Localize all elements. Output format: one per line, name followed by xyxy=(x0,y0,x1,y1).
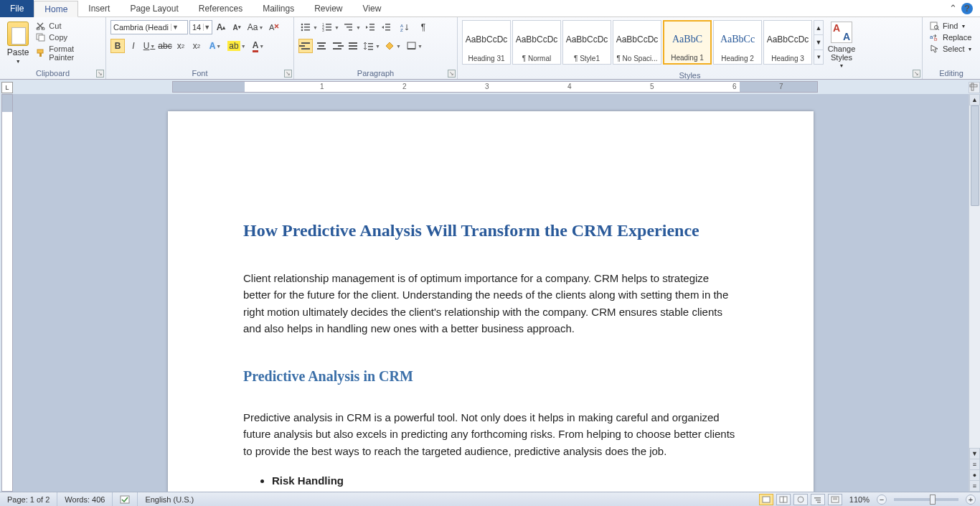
numbering-icon: 123 xyxy=(321,21,334,34)
ruler-toggle[interactable] xyxy=(969,82,980,93)
increase-indent-button[interactable] xyxy=(379,20,393,34)
svg-rect-8 xyxy=(304,24,310,25)
svg-rect-10 xyxy=(304,27,310,28)
paste-button[interactable]: Paste ▼ xyxy=(4,20,32,64)
draft-view[interactable] xyxy=(828,494,842,505)
align-right-button[interactable] xyxy=(330,39,344,53)
superscript-button[interactable]: x2 xyxy=(189,39,204,53)
clipboard-group-label: Clipboard xyxy=(3,67,103,79)
paragraph-dialog-launcher[interactable]: ↘ xyxy=(448,70,456,78)
tab-view[interactable]: View xyxy=(353,1,392,16)
outline-view[interactable] xyxy=(811,494,825,505)
document-list-item-1[interactable]: Risk Handling xyxy=(272,472,738,489)
clipboard-dialog-launcher[interactable]: ↘ xyxy=(96,70,104,78)
page-status[interactable]: Page: 1 of 2 xyxy=(0,492,57,506)
styles-dialog-launcher[interactable]: ↘ xyxy=(913,70,920,78)
select-button[interactable]: Select ▼ xyxy=(927,43,976,55)
numbering-button[interactable]: 123▼ xyxy=(320,20,340,34)
style-tile-6[interactable]: AaBbCcDcHeading 3 xyxy=(763,20,812,65)
zoom-slider[interactable] xyxy=(894,498,958,501)
decrease-indent-button[interactable] xyxy=(363,20,377,34)
vertical-ruler[interactable] xyxy=(1,94,13,492)
document-paragraph-2[interactable]: Predictive analysis in CRM is a powerful… xyxy=(243,409,738,459)
horizontal-ruler[interactable]: 1 2 3 4 5 6 7 xyxy=(172,81,818,93)
svg-text:a: a xyxy=(930,34,933,40)
line-spacing-button[interactable]: ▼ xyxy=(362,39,382,53)
format-painter-button[interactable]: Format Painter xyxy=(33,43,101,63)
tab-page-layout[interactable]: Page Layout xyxy=(120,1,188,16)
document-heading-2[interactable]: Predictive Analysis in CRM xyxy=(243,365,738,388)
text-effects-button[interactable]: A▼ xyxy=(205,39,225,53)
subscript-button[interactable]: x2 xyxy=(174,39,188,53)
grow-font-button[interactable]: A▴ xyxy=(214,20,228,34)
align-left-button[interactable] xyxy=(298,39,313,53)
print-layout-view[interactable] xyxy=(759,494,773,505)
font-dialog-launcher[interactable]: ↘ xyxy=(284,70,292,78)
proofing-status[interactable] xyxy=(113,492,138,506)
browse-object-button[interactable]: ● xyxy=(969,469,980,481)
replace-button[interactable]: abReplace xyxy=(927,32,976,43)
tab-review[interactable]: Review xyxy=(304,1,352,16)
change-styles-button[interactable]: Change Styles ▼ xyxy=(825,20,858,68)
style-tile-0[interactable]: AaBbCcDcHeading 31 xyxy=(462,20,511,65)
scroll-up-button[interactable]: ▲ xyxy=(969,94,980,106)
underline-button[interactable]: U▼ xyxy=(142,39,156,53)
show-marks-button[interactable]: ¶ xyxy=(416,20,430,34)
tab-file[interactable]: File xyxy=(0,0,34,17)
styles-scroll-up[interactable]: ▲ xyxy=(814,21,823,35)
document-heading-1[interactable]: How Predictive Analysis Will Transform t… xyxy=(243,217,738,244)
page[interactable]: How Predictive Analysis Will Transform t… xyxy=(168,111,814,492)
shrink-font-button[interactable]: A▾ xyxy=(230,20,244,34)
document-area[interactable]: How Predictive Analysis Will Transform t… xyxy=(13,94,969,492)
italic-button[interactable]: I xyxy=(126,39,141,53)
highlight-button[interactable]: ab▼ xyxy=(227,39,247,53)
bold-button[interactable]: B xyxy=(110,39,125,53)
prev-page-button[interactable]: ≡ xyxy=(969,459,980,470)
justify-button[interactable] xyxy=(346,39,360,53)
style-tile-5[interactable]: AaBbCcHeading 2 xyxy=(713,20,762,65)
shading-button[interactable]: ▼ xyxy=(383,39,403,53)
tab-home[interactable]: Home xyxy=(34,1,78,17)
zoom-level[interactable]: 110% xyxy=(849,495,870,504)
scroll-thumb[interactable] xyxy=(971,106,979,206)
document-paragraph-1[interactable]: Client relationship management is of opt… xyxy=(243,270,738,337)
align-center-button[interactable] xyxy=(314,39,329,53)
copy-button[interactable]: Copy xyxy=(33,32,101,43)
scroll-down-button[interactable]: ▼ xyxy=(969,448,980,459)
next-page-button[interactable]: ≡ xyxy=(969,480,980,492)
tab-insert[interactable]: Insert xyxy=(78,1,120,16)
bullets-button[interactable]: ▼ xyxy=(298,20,319,34)
zoom-slider-handle[interactable] xyxy=(930,495,936,505)
sort-button[interactable]: AZ xyxy=(395,20,415,34)
styles-expand[interactable]: ▾ xyxy=(814,50,823,64)
change-case-button[interactable]: Aa▼ xyxy=(245,20,265,34)
style-tile-1[interactable]: AaBbCcDc¶ Normal xyxy=(512,20,561,65)
tab-strip: File Home Insert Page Layout References … xyxy=(0,0,980,17)
style-tile-2[interactable]: AaBbCcDc¶ Style1 xyxy=(562,20,611,65)
full-screen-view[interactable] xyxy=(776,494,791,505)
font-color-button[interactable]: A▼ xyxy=(248,39,268,53)
clear-formatting-button[interactable]: A xyxy=(267,20,281,34)
style-tile-4[interactable]: AaBbCHeading 1 xyxy=(663,20,712,65)
tab-mailings[interactable]: Mailings xyxy=(253,1,304,16)
zoom-out-button[interactable]: − xyxy=(877,495,887,505)
tab-references[interactable]: References xyxy=(189,1,253,16)
word-count[interactable]: Words: 406 xyxy=(57,492,113,506)
strikethrough-button[interactable]: abc xyxy=(158,39,172,53)
web-layout-view[interactable] xyxy=(793,494,808,505)
style-tile-3[interactable]: AaBbCcDc¶ No Spaci... xyxy=(613,20,661,65)
multilevel-list-button[interactable]: ▼ xyxy=(341,20,362,34)
font-size-combo[interactable]: 14▼ xyxy=(189,20,212,34)
cut-button[interactable]: Cut xyxy=(33,20,101,32)
language-status[interactable]: English (U.S.) xyxy=(138,492,201,506)
minimize-ribbon-icon[interactable]: ⌃ xyxy=(949,3,957,14)
help-icon[interactable]: ? xyxy=(961,3,973,14)
find-button[interactable]: Find ▼ xyxy=(927,20,976,32)
font-name-combo[interactable]: Cambria (Headi▼ xyxy=(110,20,188,34)
zoom-in-button[interactable]: + xyxy=(966,495,976,505)
borders-button[interactable]: ▼ xyxy=(405,39,425,53)
styles-scroll-down[interactable]: ▼ xyxy=(814,35,823,50)
svg-rect-32 xyxy=(368,49,373,50)
tab-selector[interactable]: L xyxy=(1,82,13,93)
paste-label: Paste xyxy=(7,47,29,57)
